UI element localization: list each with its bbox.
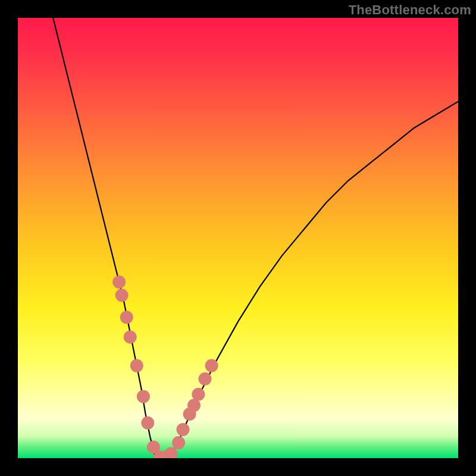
highlight-dot	[137, 390, 150, 403]
chart-frame: TheBottleneck.com	[0, 0, 476, 476]
highlight-dot	[124, 331, 137, 344]
highlight-dot	[141, 416, 154, 430]
highlight-dot	[112, 275, 126, 289]
highlight-dot	[205, 359, 218, 372]
highlight-dot	[130, 359, 143, 372]
highlight-dot	[120, 311, 133, 324]
curve-layer	[18, 18, 458, 458]
bottleneck-curve	[53, 18, 458, 458]
plot-area	[18, 18, 458, 458]
watermark-text: TheBottleneck.com	[349, 2, 471, 18]
highlight-dot	[115, 289, 129, 302]
highlight-dot	[165, 447, 178, 458]
highlight-dot	[199, 372, 212, 386]
highlight-dot	[177, 423, 190, 436]
highlight-dot	[172, 436, 185, 449]
highlight-dot	[192, 388, 205, 401]
